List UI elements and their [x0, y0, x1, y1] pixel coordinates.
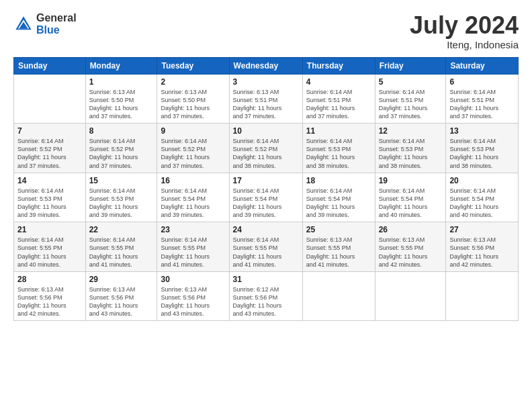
day-number: 12	[379, 126, 443, 136]
logo-text: General Blue	[36, 12, 77, 36]
title-block: July 2024 Iteng, Indonesia	[410, 12, 519, 50]
day-number: 23	[161, 225, 225, 234]
calendar-cell: 1Sunrise: 6:13 AM Sunset: 5:50 PM Daylig…	[85, 74, 157, 124]
calendar-cell	[446, 271, 519, 321]
calendar-cell: 22Sunrise: 6:14 AM Sunset: 5:55 PM Dayli…	[85, 222, 157, 272]
day-info: Sunrise: 6:14 AM Sunset: 5:51 PM Dayligh…	[379, 88, 443, 121]
logo: General Blue	[13, 12, 77, 36]
calendar-cell: 24Sunrise: 6:14 AM Sunset: 5:55 PM Dayli…	[229, 222, 302, 272]
day-info: Sunrise: 6:14 AM Sunset: 5:54 PM Dayligh…	[306, 187, 371, 220]
col-monday: Monday	[85, 57, 157, 74]
day-info: Sunrise: 6:14 AM Sunset: 5:53 PM Dayligh…	[449, 137, 515, 170]
day-info: Sunrise: 6:14 AM Sunset: 5:55 PM Dayligh…	[233, 236, 299, 269]
day-number: 18	[306, 176, 371, 185]
logo-icon	[13, 14, 34, 34]
week-row-2: 7Sunrise: 6:14 AM Sunset: 5:52 PM Daylig…	[14, 124, 519, 173]
logo-general: General	[36, 12, 77, 24]
calendar-cell: 7Sunrise: 6:14 AM Sunset: 5:52 PM Daylig…	[14, 124, 86, 173]
calendar-cell: 29Sunrise: 6:13 AM Sunset: 5:56 PM Dayli…	[85, 271, 157, 321]
day-number: 20	[449, 176, 515, 185]
calendar-cell: 9Sunrise: 6:14 AM Sunset: 5:52 PM Daylig…	[157, 124, 229, 173]
day-info: Sunrise: 6:14 AM Sunset: 5:53 PM Dayligh…	[379, 137, 443, 170]
day-number: 24	[233, 225, 299, 234]
calendar-cell: 2Sunrise: 6:13 AM Sunset: 5:50 PM Daylig…	[157, 74, 229, 124]
calendar-cell: 5Sunrise: 6:14 AM Sunset: 5:51 PM Daylig…	[375, 74, 446, 124]
week-row-1: 1Sunrise: 6:13 AM Sunset: 5:50 PM Daylig…	[14, 74, 519, 124]
day-number: 3	[233, 77, 299, 87]
day-number: 29	[89, 275, 154, 284]
calendar-cell: 3Sunrise: 6:13 AM Sunset: 5:51 PM Daylig…	[229, 74, 302, 124]
calendar-cell: 15Sunrise: 6:14 AM Sunset: 5:53 PM Dayli…	[85, 173, 157, 222]
calendar-cell: 31Sunrise: 6:12 AM Sunset: 5:56 PM Dayli…	[229, 271, 302, 321]
calendar-cell: 8Sunrise: 6:14 AM Sunset: 5:52 PM Daylig…	[85, 124, 157, 173]
col-tuesday: Tuesday	[157, 57, 229, 74]
calendar-cell: 23Sunrise: 6:14 AM Sunset: 5:55 PM Dayli…	[157, 222, 229, 272]
day-number: 10	[233, 126, 299, 136]
day-info: Sunrise: 6:14 AM Sunset: 5:55 PM Dayligh…	[89, 236, 154, 269]
day-number: 28	[17, 275, 82, 284]
calendar-cell	[14, 74, 86, 124]
title-month: July 2024	[410, 12, 519, 39]
day-number: 22	[89, 225, 154, 234]
calendar-cell: 20Sunrise: 6:14 AM Sunset: 5:54 PM Dayli…	[446, 173, 519, 222]
day-info: Sunrise: 6:14 AM Sunset: 5:54 PM Dayligh…	[449, 187, 515, 220]
calendar-cell	[375, 271, 446, 321]
calendar-cell: 28Sunrise: 6:13 AM Sunset: 5:56 PM Dayli…	[14, 271, 86, 321]
week-row-3: 14Sunrise: 6:14 AM Sunset: 5:53 PM Dayli…	[14, 173, 519, 222]
day-number: 31	[233, 275, 299, 284]
title-location: Iteng, Indonesia	[410, 39, 519, 50]
day-info: Sunrise: 6:14 AM Sunset: 5:53 PM Dayligh…	[306, 137, 371, 170]
day-number: 14	[17, 176, 82, 185]
calendar-cell: 26Sunrise: 6:13 AM Sunset: 5:55 PM Dayli…	[375, 222, 446, 272]
day-number: 26	[379, 225, 443, 234]
day-info: Sunrise: 6:13 AM Sunset: 5:55 PM Dayligh…	[306, 236, 371, 269]
calendar-cell: 16Sunrise: 6:14 AM Sunset: 5:54 PM Dayli…	[157, 173, 229, 222]
col-sunday: Sunday	[14, 57, 86, 74]
calendar-cell: 27Sunrise: 6:13 AM Sunset: 5:56 PM Dayli…	[446, 222, 519, 272]
day-number: 7	[17, 126, 82, 136]
day-info: Sunrise: 6:14 AM Sunset: 5:54 PM Dayligh…	[379, 187, 443, 220]
calendar-cell: 21Sunrise: 6:14 AM Sunset: 5:55 PM Dayli…	[14, 222, 86, 272]
day-number: 8	[89, 126, 154, 136]
col-friday: Friday	[375, 57, 446, 74]
day-info: Sunrise: 6:14 AM Sunset: 5:52 PM Dayligh…	[161, 137, 225, 170]
week-row-5: 28Sunrise: 6:13 AM Sunset: 5:56 PM Dayli…	[14, 271, 519, 321]
day-info: Sunrise: 6:14 AM Sunset: 5:54 PM Dayligh…	[233, 187, 299, 220]
calendar-cell: 4Sunrise: 6:14 AM Sunset: 5:51 PM Daylig…	[302, 74, 375, 124]
header-row: Sunday Monday Tuesday Wednesday Thursday…	[14, 57, 519, 74]
calendar-cell: 12Sunrise: 6:14 AM Sunset: 5:53 PM Dayli…	[375, 124, 446, 173]
day-number: 4	[306, 77, 371, 87]
day-number: 27	[449, 225, 515, 234]
logo-blue: Blue	[36, 24, 60, 36]
day-info: Sunrise: 6:14 AM Sunset: 5:53 PM Dayligh…	[17, 187, 82, 220]
day-number: 6	[449, 77, 515, 87]
day-number: 13	[449, 126, 515, 136]
day-info: Sunrise: 6:14 AM Sunset: 5:52 PM Dayligh…	[89, 137, 154, 170]
day-info: Sunrise: 6:13 AM Sunset: 5:56 PM Dayligh…	[89, 285, 154, 318]
calendar-cell: 14Sunrise: 6:14 AM Sunset: 5:53 PM Dayli…	[14, 173, 86, 222]
day-number: 16	[161, 176, 225, 185]
calendar-cell: 6Sunrise: 6:14 AM Sunset: 5:51 PM Daylig…	[446, 74, 519, 124]
calendar-table: Sunday Monday Tuesday Wednesday Thursday…	[13, 57, 519, 322]
page: General Blue July 2024 Iteng, Indonesia …	[0, 0, 532, 411]
day-info: Sunrise: 6:13 AM Sunset: 5:56 PM Dayligh…	[449, 236, 515, 269]
day-number: 17	[233, 176, 299, 185]
day-info: Sunrise: 6:13 AM Sunset: 5:51 PM Dayligh…	[233, 88, 299, 121]
day-info: Sunrise: 6:13 AM Sunset: 5:56 PM Dayligh…	[161, 285, 225, 318]
calendar-cell	[302, 271, 375, 321]
calendar-cell: 19Sunrise: 6:14 AM Sunset: 5:54 PM Dayli…	[375, 173, 446, 222]
week-row-4: 21Sunrise: 6:14 AM Sunset: 5:55 PM Dayli…	[14, 222, 519, 272]
col-saturday: Saturday	[446, 57, 519, 74]
header: General Blue July 2024 Iteng, Indonesia	[13, 12, 519, 50]
day-info: Sunrise: 6:14 AM Sunset: 5:55 PM Dayligh…	[17, 236, 82, 269]
calendar-cell: 10Sunrise: 6:14 AM Sunset: 5:52 PM Dayli…	[229, 124, 302, 173]
day-number: 11	[306, 126, 371, 136]
day-info: Sunrise: 6:13 AM Sunset: 5:50 PM Dayligh…	[89, 88, 154, 121]
col-thursday: Thursday	[302, 57, 375, 74]
day-number: 19	[379, 176, 443, 185]
calendar-cell: 18Sunrise: 6:14 AM Sunset: 5:54 PM Dayli…	[302, 173, 375, 222]
day-info: Sunrise: 6:14 AM Sunset: 5:51 PM Dayligh…	[306, 88, 371, 121]
day-info: Sunrise: 6:13 AM Sunset: 5:55 PM Dayligh…	[379, 236, 443, 269]
calendar-cell: 30Sunrise: 6:13 AM Sunset: 5:56 PM Dayli…	[157, 271, 229, 321]
day-info: Sunrise: 6:14 AM Sunset: 5:55 PM Dayligh…	[161, 236, 225, 269]
